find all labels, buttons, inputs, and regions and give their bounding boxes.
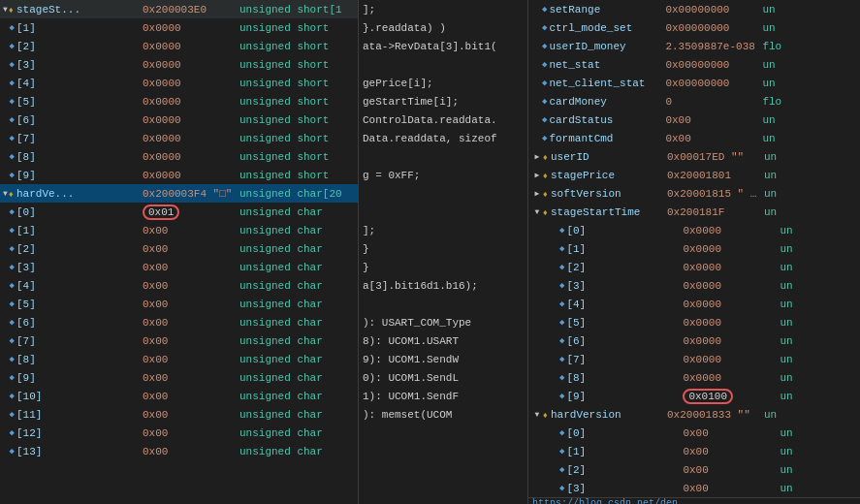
right-row-19[interactable]: ◆[7]0x0000un [528,350,860,368]
row-type: unsigned char [239,391,356,402]
code-line-18: 8): UCOM1.USART [359,331,527,350]
right-row-11[interactable]: ▼⬧stageStartTime0x200181Fun [528,203,860,221]
diamond-icon: ◆ [10,59,15,70]
left-row-3[interactable]: ◆[3]0x0000unsigned short [0,55,358,74]
right-row-22[interactable]: ▼⬧hardVersion0x20001833 ""un [528,405,860,424]
right-row-1[interactable]: ◆ctrl_mode_set0x00000000un [528,18,860,37]
row-value: 0x0000 [143,151,239,163]
left-row-14[interactable]: ◆[3]0x00unsigned char [0,258,358,276]
row-value-cell: 0x01 [143,205,239,220]
diamond-icon: ◆ [10,170,15,180]
right-row-value: 0x20001833 "" [667,409,764,421]
right-row-6[interactable]: ◆cardStatus0x00un [528,110,860,129]
right-row-24[interactable]: ◆[1]0x00un [528,442,860,460]
diamond-icon: ◆ [10,206,15,217]
code-line-12: ]; [359,221,527,239]
left-row-2[interactable]: ◆[2]0x0000unsigned short [0,37,358,55]
expand-icon-r[interactable]: ▼ [532,410,542,419]
row-type: unsigned short [239,78,356,89]
right-row-18[interactable]: ◆[6]0x0000un [528,331,860,350]
left-row-7[interactable]: ◆[7]0x0000unsigned short [0,129,358,147]
diamond-icon-r: ◆ [559,317,564,328]
right-row-16[interactable]: ◆[4]0x0000un [528,295,860,313]
code-line-20: 0): UCOM1.SendL [359,368,527,387]
row-value: 0x0000 [143,133,239,144]
left-row-10[interactable]: ▼⬧hardVe...0x200003F4 "□"unsigned char[2… [0,184,358,203]
left-row-15[interactable]: ◆[4]0x00unsigned char [0,276,358,295]
expand-icon-r[interactable]: ▶ [532,189,542,198]
row-value: 0x00 [143,409,239,421]
right-row-2[interactable]: ◆userID_money2.3509887e-038flo [528,37,860,55]
left-row-11[interactable]: ◆[0]0x01unsigned char [0,203,358,221]
left-row-18[interactable]: ◆[7]0x00unsigned char [0,331,358,350]
left-row-1[interactable]: ◆[1]0x0000unsigned short [0,18,358,37]
left-row-16[interactable]: ◆[5]0x00unsigned char [0,295,358,313]
left-row-13[interactable]: ◆[2]0x00unsigned char [0,239,358,258]
diamond-icon-r: ◆ [542,59,547,70]
footer-link[interactable]: https://blog.csdn.net/den... [528,497,860,504]
right-row-9[interactable]: ▶⬧stagePrice0x20001801un [528,166,860,184]
diamond-icon-r: ◆ [542,114,547,125]
right-row-name: cardMoney [549,96,665,108]
right-row-value: 0x00 [683,427,780,439]
right-row-14[interactable]: ◆[2]0x0000un [528,258,860,276]
right-row-value: 0x0000 [683,317,780,329]
right-row-name: net_client_stat [549,78,665,89]
right-row-25[interactable]: ◆[2]0x00un [528,460,860,479]
right-row-type: un [780,427,828,439]
row-name: [6] [16,114,143,126]
expand-icon-r[interactable]: ▼ [532,207,542,216]
right-row-23[interactable]: ◆[0]0x00un [528,424,860,442]
code-panel: ];}.readdata) )ata->RevData[3].bit1(gePr… [359,0,528,504]
right-row-name: [4] [566,299,683,310]
right-row-15[interactable]: ◆[3]0x0000un [528,276,860,295]
left-row-22[interactable]: ◆[11]0x00unsigned char [0,405,358,424]
left-row-17[interactable]: ◆[6]0x00unsigned char [0,313,358,331]
diamond-icon-r: ◆ [559,391,564,401]
left-row-23[interactable]: ◆[12]0x00unsigned char [0,424,358,442]
right-row-13[interactable]: ◆[1]0x0000un [528,239,860,258]
left-row-21[interactable]: ◆[10]0x00unsigned char [0,387,358,405]
right-row-3[interactable]: ◆net_stat0x00000000un [528,55,860,74]
right-row-5[interactable]: ◆cardMoney0flo [528,92,860,110]
right-row-17[interactable]: ◆[5]0x0000un [528,313,860,331]
left-row-8[interactable]: ◆[8]0x0000unsigned short [0,147,358,166]
right-row-7[interactable]: ◆formantCmd0x00un [528,129,860,147]
right-row-26[interactable]: ◆[3]0x00un [528,479,860,497]
right-row-4[interactable]: ◆net_client_stat0x00000000un [528,74,860,92]
left-row-24[interactable]: ◆[13]0x00unsigned char [0,442,358,460]
code-line-2: ata->RevData[3].bit1( [359,37,527,55]
code-line-10 [359,184,527,203]
left-row-20[interactable]: ◆[9]0x00unsigned char [0,368,358,387]
row-type: unsigned short[1 [239,4,356,16]
right-row-name: [0] [566,225,683,236]
row-name: [12] [16,427,143,439]
row-name: [10] [16,391,143,402]
left-row-19[interactable]: ◆[8]0x00unsigned char [0,350,358,368]
right-row-value: 0x00000000 [665,59,762,71]
row-name: [6] [16,317,143,329]
right-row-type: un [780,262,828,273]
right-row-20[interactable]: ◆[8]0x0000un [528,368,860,387]
right-row-12[interactable]: ◆[0]0x0000un [528,221,860,239]
left-row-9[interactable]: ◆[9]0x0000unsigned short [0,166,358,184]
left-row-4[interactable]: ◆[4]0x0000unsigned short [0,74,358,92]
right-row-8[interactable]: ▶⬧userID0x00017ED ""un [528,147,860,166]
expand-icon-r[interactable]: ▶ [532,152,542,161]
left-row-0[interactable]: ▼⬧stageSt...0x200003E0unsigned short[1 [0,0,358,18]
left-row-5[interactable]: ◆[5]0x0000unsigned short [0,92,358,110]
right-row-type: un [764,409,812,421]
row-type: unsigned char [239,427,356,439]
left-row-6[interactable]: ◆[6]0x0000unsigned short [0,110,358,129]
row-value: 0x0000 [143,170,239,181]
left-row-12[interactable]: ◆[1]0x00unsigned char [0,221,358,239]
code-text: Data.readdata, sizeof [363,133,497,144]
row-value: 0x0000 [143,96,239,108]
right-row-21[interactable]: ◆[9]0x0100un [528,387,860,405]
right-row-0[interactable]: ◆setRange0x00000000un [528,0,860,18]
right-row-type: un [764,170,812,181]
group-icon-r: ⬧ [542,206,549,218]
code-line-0: ]; [359,0,527,18]
right-row-10[interactable]: ▶⬧softVersion0x20001815 " □"un [528,184,860,203]
expand-icon-r[interactable]: ▶ [532,171,542,179]
